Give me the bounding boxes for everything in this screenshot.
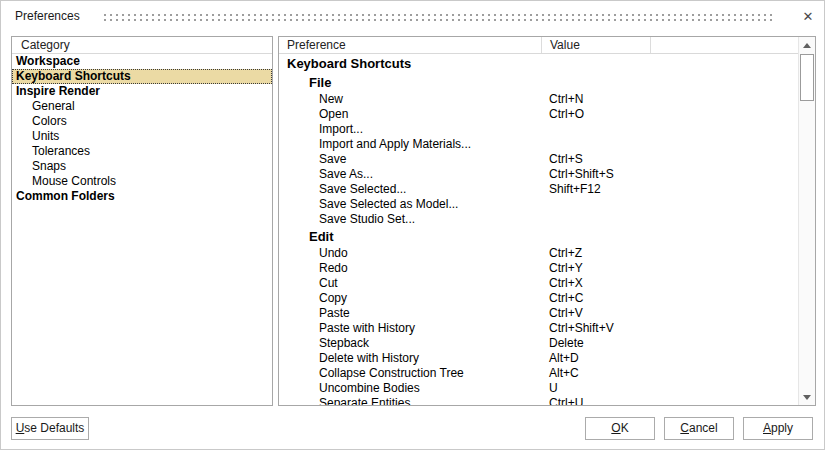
category-item[interactable]: Workspace	[12, 54, 272, 69]
preference-row[interactable]: Uncombine BodiesU	[279, 381, 798, 396]
preference-value[interactable]: Ctrl+U	[549, 396, 798, 405]
preference-label: Uncombine Bodies	[279, 381, 549, 396]
preference-row[interactable]: Save Studio Set...	[279, 212, 798, 227]
preference-label: Separate Entities	[279, 396, 549, 405]
preference-label: Redo	[279, 261, 549, 276]
window-title: Preferences	[1, 9, 80, 23]
preference-value[interactable]	[549, 197, 798, 212]
preference-row[interactable]: CopyCtrl+C	[279, 291, 798, 306]
preference-label: File	[279, 73, 549, 92]
preference-row[interactable]: CutCtrl+X	[279, 276, 798, 291]
category-item[interactable]: Inspire Render	[12, 84, 272, 99]
preference-row[interactable]: Import...	[279, 122, 798, 137]
preference-row[interactable]: File	[279, 73, 798, 92]
preference-row[interactable]: Keyboard Shortcuts	[279, 54, 798, 73]
apply-button-label: Apply	[744, 418, 812, 439]
category-column-header-label: Category	[21, 38, 70, 52]
category-item[interactable]: General	[12, 99, 272, 114]
preference-value[interactable]: Ctrl+Shift+V	[549, 321, 798, 336]
preference-label: Import and Apply Materials...	[279, 137, 549, 152]
preference-value[interactable]: U	[549, 381, 798, 396]
preference-label: Cut	[279, 276, 549, 291]
preference-row[interactable]: StepbackDelete	[279, 336, 798, 351]
preference-row[interactable]: Save Selected...Shift+F12	[279, 182, 798, 197]
preference-label: Save Selected as Model...	[279, 197, 549, 212]
preference-label: Stepback	[279, 336, 549, 351]
drag-gripper-icon[interactable]	[104, 14, 776, 21]
preference-row[interactable]: Save Selected as Model...	[279, 197, 798, 212]
preference-label: New	[279, 92, 549, 107]
preference-value[interactable]: Alt+C	[549, 366, 798, 381]
preference-row[interactable]: Paste with HistoryCtrl+Shift+V	[279, 321, 798, 336]
preference-label: Save As...	[279, 167, 549, 182]
preference-value[interactable]: Ctrl+Shift+S	[549, 167, 798, 182]
category-item[interactable]: Colors	[12, 114, 272, 129]
category-item[interactable]: Tolerances	[12, 144, 272, 159]
preference-row[interactable]: Import and Apply Materials...	[279, 137, 798, 152]
arrow-down-icon	[803, 395, 811, 400]
preference-value[interactable]	[549, 137, 798, 152]
use-defaults-button-label: Use Defaults	[12, 418, 88, 439]
category-item[interactable]: Mouse Controls	[12, 174, 272, 189]
category-item[interactable]: Keyboard Shortcuts	[12, 69, 272, 84]
scrollbar-down-button[interactable]	[799, 389, 815, 405]
preference-label: Save Studio Set...	[279, 212, 549, 227]
category-item[interactable]: Snaps	[12, 159, 272, 174]
use-defaults-button[interactable]: Use Defaults	[11, 417, 89, 440]
scrollbar-up-button[interactable]	[799, 37, 815, 53]
preference-value[interactable]	[549, 73, 798, 92]
preference-value[interactable]	[549, 227, 798, 246]
close-icon[interactable]: ✕	[792, 1, 824, 31]
empty-column-header	[651, 37, 798, 53]
category-column-header[interactable]: Category	[12, 37, 272, 54]
preference-label: Delete with History	[279, 351, 549, 366]
preference-value[interactable]: Alt+D	[549, 351, 798, 366]
scrollbar-thumb[interactable]	[800, 54, 814, 101]
preference-row[interactable]: NewCtrl+N	[279, 92, 798, 107]
preference-label: Open	[279, 107, 549, 122]
cancel-button-label: Cancel	[665, 418, 733, 439]
preference-value[interactable]: Delete	[549, 336, 798, 351]
preference-row[interactable]: Save As...Ctrl+Shift+S	[279, 167, 798, 182]
value-column-header[interactable]: Value	[542, 37, 651, 53]
preference-value[interactable]: Ctrl+Z	[549, 246, 798, 261]
preference-value[interactable]: Ctrl+Y	[549, 261, 798, 276]
preference-value[interactable]: Ctrl+O	[549, 107, 798, 122]
preference-label: Copy	[279, 291, 549, 306]
preference-row[interactable]: OpenCtrl+O	[279, 107, 798, 122]
preference-row[interactable]: PasteCtrl+V	[279, 306, 798, 321]
value-column-header-label: Value	[550, 38, 580, 52]
preference-row[interactable]: SaveCtrl+S	[279, 152, 798, 167]
preference-rows: Keyboard ShortcutsFileNewCtrl+NOpenCtrl+…	[279, 54, 798, 405]
preference-label: Edit	[279, 227, 549, 246]
preference-row[interactable]: Separate EntitiesCtrl+U	[279, 396, 798, 405]
ok-button[interactable]: OK	[585, 417, 655, 440]
preference-row[interactable]: Collapse Construction TreeAlt+C	[279, 366, 798, 381]
preference-value[interactable]	[549, 54, 798, 73]
apply-button[interactable]: Apply	[743, 417, 813, 440]
preference-value[interactable]: Ctrl+C	[549, 291, 798, 306]
preference-value[interactable]	[549, 122, 798, 137]
preference-row[interactable]: Edit	[279, 227, 798, 246]
category-item[interactable]: Common Folders	[12, 189, 272, 204]
preference-value[interactable]: Shift+F12	[549, 182, 798, 197]
preference-value[interactable]: Ctrl+V	[549, 306, 798, 321]
preference-column-header[interactable]: Preference	[279, 37, 542, 53]
preference-row[interactable]: Delete with HistoryAlt+D	[279, 351, 798, 366]
preference-value[interactable]: Ctrl+N	[549, 92, 798, 107]
preference-row[interactable]: RedoCtrl+Y	[279, 261, 798, 276]
preference-label: Paste with History	[279, 321, 549, 336]
category-list: WorkspaceKeyboard ShortcutsInspire Rende…	[12, 54, 272, 204]
preference-column-header-label: Preference	[287, 38, 346, 52]
preference-label: Paste	[279, 306, 549, 321]
preference-value[interactable]	[549, 212, 798, 227]
preference-row[interactable]: UndoCtrl+Z	[279, 246, 798, 261]
preference-value[interactable]: Ctrl+S	[549, 152, 798, 167]
preference-label: Save Selected...	[279, 182, 549, 197]
preference-table-header: Preference Value	[279, 37, 798, 54]
category-item[interactable]: Units	[12, 129, 272, 144]
title-bar: Preferences ✕	[1, 1, 824, 31]
cancel-button[interactable]: Cancel	[664, 417, 734, 440]
preference-value[interactable]: Ctrl+X	[549, 276, 798, 291]
vertical-scrollbar[interactable]	[798, 37, 815, 405]
